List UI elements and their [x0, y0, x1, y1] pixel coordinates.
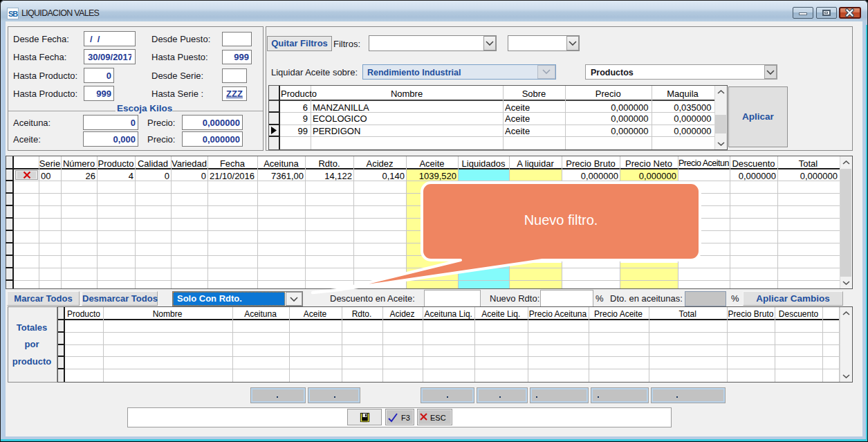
svg-text:Nuevo filtro.: Nuevo filtro.	[524, 212, 598, 228]
